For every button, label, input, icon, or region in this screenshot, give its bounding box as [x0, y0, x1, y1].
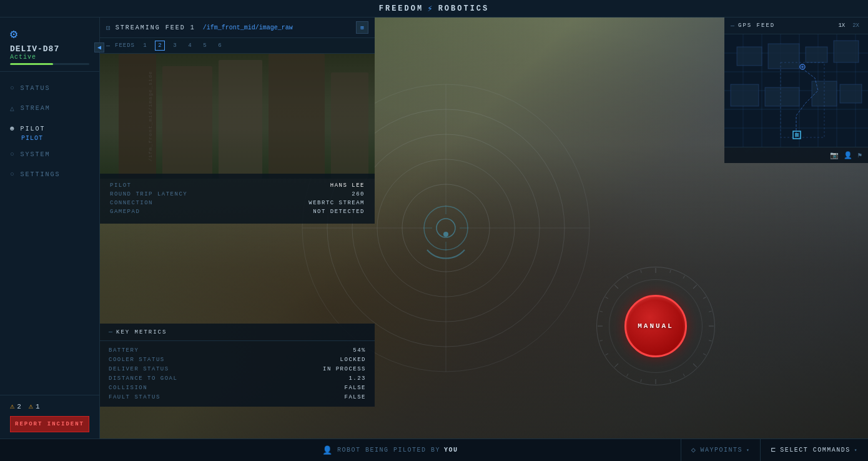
alert-count-2: 1 — [36, 403, 40, 410]
svg-rect-43 — [840, 84, 862, 103]
sidebar-item-system[interactable]: ○ SYSTEM — [0, 144, 99, 164]
sidebar-item-status-label: STATUS — [21, 85, 51, 92]
svg-rect-18 — [119, 54, 156, 179]
stream-video-overlay — [100, 54, 375, 179]
alert-item-2: ⚠ 1 — [29, 402, 40, 411]
pilot-nav-icon: ☻ — [10, 125, 16, 132]
svg-rect-45 — [795, 133, 799, 137]
sidebar-item-stream[interactable]: △ STREAM — [0, 98, 99, 119]
svg-line-72 — [641, 270, 641, 273]
svg-line-66 — [599, 340, 603, 341]
main-area: ⊡ STREAMING FEED 1 /ifm_front_mid/image_… — [100, 17, 868, 439]
pilot-val-connection: WEBRTC STREAM — [237, 200, 365, 206]
stream-panel: ⊡ STREAMING FEED 1 /ifm_front_mid/image_… — [100, 17, 375, 179]
alert-item-1: ⚠ 2 — [10, 402, 21, 411]
metrics-title: KEY METRICS — [116, 329, 167, 335]
pilot-val-gamepad: NOT DETECTED — [237, 209, 365, 215]
metric-val-deliver: IN PROCESS — [237, 366, 366, 372]
feeds-minus-icon: — — [106, 42, 110, 49]
feed-num-5[interactable]: 5 — [200, 41, 210, 51]
svg-line-52 — [693, 285, 697, 289]
battery-bar-container — [10, 63, 89, 65]
sidebar-collapse-button[interactable]: ◀ — [94, 42, 104, 52]
waypoints-icon: ◇ — [691, 445, 697, 455]
metric-key-battery: BATTERY — [109, 347, 237, 354]
gps-zoom-1x[interactable]: 1X — [836, 21, 847, 30]
pilot-info-panel: PILOT HANS LEE ROUND TRIP LATENCY 260 CO… — [100, 174, 375, 224]
feed-num-1[interactable]: 1 — [140, 41, 150, 51]
brand-title: FREEDOM — [379, 4, 423, 13]
svg-rect-20 — [219, 60, 262, 179]
stream-header-icon: ⊡ — [106, 24, 111, 32]
metrics-header: — KEY METRICS — [100, 324, 375, 341]
svg-line-69 — [605, 297, 608, 299]
svg-line-65 — [605, 354, 608, 355]
gps-flag-icon: ⚑ — [857, 151, 862, 159]
report-incident-button[interactable]: REPORT INCIDENT — [10, 416, 89, 432]
bottom-bar: 👤 ROBOT BEING PILOTED BY YOU ◇ WAYPOINTS… — [0, 439, 868, 461]
feed-num-4[interactable]: 4 — [185, 41, 195, 51]
waypoints-button[interactable]: ◇ WAYPOINTS ▾ — [681, 439, 761, 461]
manual-control: MANUAL — [593, 264, 718, 389]
svg-rect-37 — [768, 44, 799, 69]
sidebar-item-system-label: SYSTEM — [21, 151, 51, 158]
bottom-right: ◇ WAYPOINTS ▾ ⊏ SELECT COMMANDS ▾ — [681, 439, 868, 461]
stream-video: /ifm_front_mid/image_side — [100, 54, 375, 179]
select-commands-dropdown-icon: ▾ — [854, 447, 858, 453]
alert-icon-1: ⚠ — [10, 402, 14, 411]
svg-line-59 — [683, 374, 685, 376]
metric-key-fault: FAULT STATUS — [109, 394, 237, 400]
stream-nav-icon: △ — [10, 104, 16, 112]
pilot-user-text: YOU — [444, 447, 458, 454]
sidebar-item-stream-label: STREAM — [21, 105, 51, 112]
alert-count-1: 2 — [17, 403, 21, 410]
feeds-bar: — FEEDS 1 2 3 4 5 6 — [100, 38, 375, 54]
gps-panel: — GPS FEED 1X 2X — [724, 17, 868, 163]
svg-line-62 — [641, 379, 641, 382]
metric-key-deliver: DELIVER STATUS — [109, 366, 237, 372]
gps-zoom-2x[interactable]: 2X — [850, 21, 862, 30]
nav-items: ○ STATUS △ STREAM ☻ PILOT PILOT ○ SYSTEM… — [0, 72, 99, 395]
stream-ctrl-button[interactable]: ⊞ — [356, 21, 368, 34]
svg-line-57 — [703, 354, 706, 355]
manual-button[interactable]: MANUAL — [624, 295, 687, 357]
robot-id: DELIV-D87 — [10, 44, 89, 54]
metric-val-battery: 54% — [237, 347, 366, 354]
feed-num-2[interactable]: 2 — [155, 41, 165, 51]
feeds-label: FEEDS — [115, 42, 135, 49]
svg-line-53 — [703, 297, 706, 299]
gps-title: GPS FEED — [738, 22, 775, 29]
sidebar-item-status[interactable]: ○ STATUS — [0, 78, 99, 98]
waypoints-dropdown-icon: ▾ — [746, 447, 750, 453]
gps-map-svg — [724, 34, 868, 147]
sidebar-item-settings[interactable]: ○ SETTINGS — [0, 164, 99, 184]
svg-line-56 — [709, 340, 712, 341]
robot-icon: ⚙ — [10, 26, 89, 42]
robot-status: Active — [10, 54, 89, 61]
stream-header: ⊡ STREAMING FEED 1 /ifm_front_mid/image_… — [100, 17, 375, 38]
metric-val-collision: FALSE — [237, 385, 366, 391]
svg-line-54 — [709, 311, 712, 312]
waypoints-label: WAYPOINTS — [701, 447, 743, 454]
svg-point-47 — [801, 66, 804, 68]
stream-controls: ⊞ — [356, 21, 368, 34]
select-commands-button[interactable]: ⊏ SELECT COMMANDS ▾ — [760, 439, 868, 461]
metric-val-distance: 1.23 — [237, 375, 366, 382]
feed-num-3[interactable]: 3 — [170, 41, 180, 51]
pilot-prefix-text: ROBOT BEING PILOTED BY — [337, 447, 440, 454]
gps-person-icon: 👤 — [844, 151, 852, 159]
svg-rect-19 — [162, 66, 212, 179]
select-commands-label: SELECT COMMANDS — [780, 447, 851, 454]
gps-camera-icon: 📷 — [830, 151, 839, 159]
svg-rect-21 — [269, 54, 325, 179]
pilot-key-latency: ROUND TRIP LATENCY — [110, 191, 237, 197]
brand: FREEDOM ⚡ ROBOTICS — [379, 3, 489, 14]
pilot-key-gamepad: GAMEPAD — [110, 209, 237, 215]
svg-rect-22 — [331, 72, 368, 179]
svg-line-50 — [670, 270, 671, 273]
svg-line-68 — [599, 311, 603, 312]
feed-num-6[interactable]: 6 — [215, 41, 225, 51]
pilot-key-connection: CONNECTION — [110, 200, 237, 206]
lightning-icon: ⚡ — [427, 3, 434, 14]
gps-minus-icon: — — [731, 22, 734, 29]
